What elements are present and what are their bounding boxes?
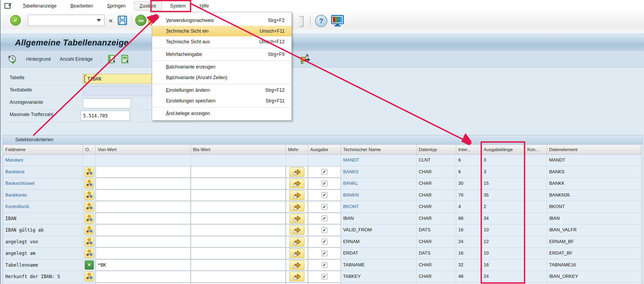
anzeigevariante-field[interactable] (83, 98, 131, 108)
more-arrow-icon[interactable] (289, 214, 304, 223)
field-label[interactable]: Mandant (5, 158, 23, 163)
bis-wert-cell[interactable] (191, 201, 286, 213)
col-datentyp[interactable]: Datentyp (417, 145, 456, 155)
more-arrow-icon[interactable] (289, 167, 304, 177)
col-ausgabelaenge[interactable]: Ausgabelänge (482, 145, 525, 155)
more-arrow-icon[interactable] (289, 225, 304, 235)
select-block-icon[interactable] (121, 55, 130, 64)
bis-wert-cell[interactable] (191, 236, 286, 248)
bis-wert-cell[interactable] (191, 213, 286, 225)
von-wert-cell[interactable] (96, 224, 191, 236)
exclude-pattern-icon[interactable]: ✕ (85, 260, 94, 270)
menu-item-verwendungsnachweis[interactable]: Verwendungsnachweis Strg+F2 (152, 15, 292, 26)
col-feldname[interactable]: Feldname (3, 145, 83, 155)
execute-clock-icon[interactable] (7, 55, 17, 64)
back-chevron-icon[interactable]: « (109, 16, 112, 25)
menu-item-batchvariante-anzahl-zeilen[interactable]: Batchvariante (Anzahl Zeilen) (152, 72, 292, 83)
bis-wert-cell[interactable] (191, 166, 286, 178)
field-label[interactable]: Bankland (5, 169, 24, 175)
multiple-selection-icon[interactable] (84, 167, 94, 177)
field-label[interactable]: Kontrollschl. (5, 204, 30, 209)
menu-bearbeiten[interactable]: Bearbeiten (65, 1, 99, 11)
more-arrow-icon[interactable] (289, 272, 304, 281)
multiple-selection-icon[interactable] (84, 213, 94, 224)
von-wert-cell[interactable] (96, 190, 191, 201)
new-session-monitor-icon[interactable] (331, 15, 344, 26)
ausgabe-checkbox[interactable]: ✓ (322, 216, 327, 221)
bis-wert-cell[interactable] (191, 190, 286, 201)
bis-wert-cell[interactable] (191, 224, 286, 236)
menu-item-einstellungen-speichern[interactable]: Einstellungen speichern Strg+F11 (152, 95, 292, 106)
menu-item-technische-sicht-ein[interactable]: Technische Sicht ein Umsch+F11 (152, 26, 292, 36)
command-field-dropdown-icon[interactable] (97, 19, 101, 22)
technical-name[interactable]: BANKS (343, 169, 359, 175)
menu-item-batchvariante-erzeugen[interactable]: Batchvariante erzeugen (152, 62, 292, 72)
field-label[interactable]: Bankkonto (5, 193, 27, 198)
bis-wert-cell[interactable] (191, 271, 286, 283)
anzahl-eintraege-button[interactable]: Anzahl Einträge (60, 56, 93, 62)
menu-item-technische-sicht-aus[interactable]: Technische Sicht aus Umsch+F12 (152, 36, 292, 47)
enter-check-icon[interactable]: ✓ (10, 15, 21, 26)
multiple-selection-icon[interactable] (84, 190, 94, 200)
select-all-icon[interactable] (107, 55, 117, 64)
technical-name[interactable]: BANKN (343, 193, 359, 198)
menu-hilfe[interactable]: Hilfe (194, 1, 215, 11)
bis-wert-cell[interactable] (191, 178, 286, 190)
ausgabe-checkbox[interactable]: ✓ (322, 227, 327, 233)
multiple-selection-icon[interactable] (84, 202, 94, 212)
bis-wert-cell[interactable] (191, 259, 286, 271)
ausgabe-checkbox[interactable]: ✓ (322, 181, 327, 186)
von-wert-cell[interactable] (96, 271, 191, 283)
field-label[interactable]: Bankschlüssel (5, 181, 34, 186)
von-wert-cell[interactable] (96, 178, 191, 190)
col-kon[interactable]: Kon... (525, 145, 547, 155)
more-arrow-icon[interactable] (289, 237, 304, 247)
ausgabe-checkbox[interactable]: ✓ (322, 204, 327, 210)
technical-name[interactable]: BANKL (343, 181, 358, 186)
ausgabe-checkbox[interactable]: ✓ (322, 239, 327, 244)
von-wert-cell[interactable] (96, 248, 191, 259)
multiple-selection-icon[interactable] (84, 237, 94, 247)
menu-springen[interactable]: Springen (101, 1, 131, 11)
col-interne-laenge[interactable]: Inter... (456, 145, 482, 155)
technical-name[interactable]: MANDT (343, 158, 359, 163)
menu-item-einstellungen-aendern[interactable]: Einstellungen ändern Strg+F12 (152, 85, 292, 95)
save-icon[interactable] (117, 15, 128, 26)
menu-zusaetze[interactable]: Zusätze (134, 1, 162, 11)
more-arrow-icon[interactable] (289, 190, 304, 200)
more-arrow-icon[interactable] (289, 179, 304, 188)
col-bis-wert[interactable]: Bis-Wert (191, 145, 286, 155)
ausgabe-checkbox[interactable]: ✓ (322, 262, 327, 268)
sap-window-icon[interactable] (4, 2, 12, 9)
col-ausgabe[interactable]: Ausgabe (308, 145, 341, 155)
maximale-trefferzahl-field[interactable]: 5.514.705 (81, 111, 130, 121)
more-arrow-icon[interactable] (289, 248, 304, 258)
multiple-selection-icon[interactable] (84, 248, 94, 258)
von-wert-cell[interactable] (96, 213, 191, 225)
menu-item-aend-belege-anzeigen[interactable]: Änd.belege anzeigen (152, 108, 292, 119)
navigate-back-icon[interactable]: «« (135, 15, 146, 26)
von-wert-cell[interactable] (96, 201, 191, 213)
hintergrund-button[interactable]: Hintergrund (26, 56, 51, 62)
menu-tabellenanzeige[interactable]: Tabellenanzeige (17, 1, 62, 11)
ausgabe-checkbox[interactable]: ✓ (322, 274, 327, 279)
col-o[interactable]: O. (83, 145, 96, 155)
von-wert-cell[interactable] (96, 236, 191, 248)
menu-system[interactable]: System (165, 1, 191, 11)
col-von-wert[interactable]: Von-Wert (96, 145, 191, 155)
von-wert-cell[interactable] (96, 166, 191, 178)
multiple-selection-icon[interactable] (84, 271, 94, 282)
col-technischer-name[interactable]: Technischer Name (341, 145, 417, 155)
bis-wert-cell[interactable] (191, 248, 286, 259)
von-wert-cell[interactable]: *BK (96, 259, 191, 271)
help-icon[interactable]: ? (315, 15, 327, 27)
tabelle-field[interactable]: TIBAN (83, 74, 152, 84)
ausgabe-checkbox[interactable]: ✓ (322, 169, 327, 175)
menu-item-mehrfacheingabe[interactable]: Mehrfacheingabe Strg+F9 (152, 49, 292, 60)
technical-name[interactable]: BKONT (343, 204, 359, 209)
ausgabe-checkbox[interactable]: ✓ (322, 192, 327, 198)
multiple-selection-icon[interactable] (84, 178, 94, 189)
choose-detail-icon[interactable] (299, 54, 311, 64)
col-mehr[interactable]: Mehr (286, 145, 308, 155)
more-arrow-icon[interactable] (289, 260, 304, 270)
